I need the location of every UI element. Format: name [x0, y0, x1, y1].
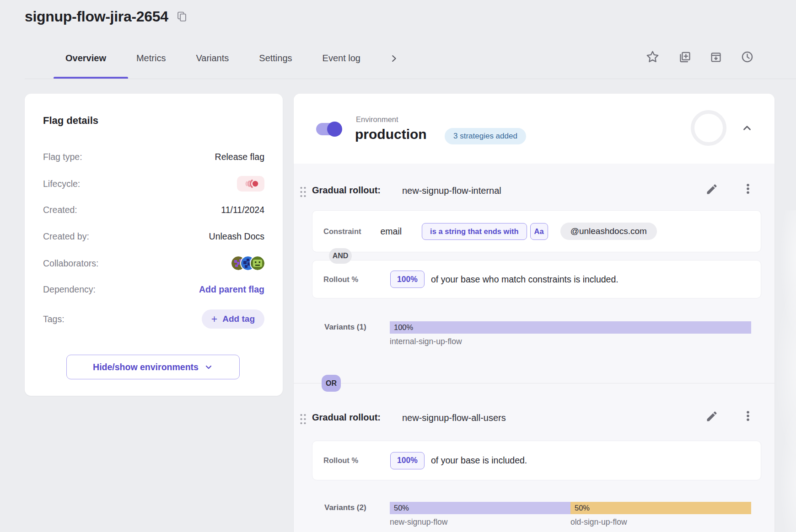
created-by-row: Created by: Unleash Docs	[43, 231, 264, 242]
lifecycle-live-icon	[242, 179, 259, 188]
variant-percent: 50%	[570, 502, 590, 514]
environment-label: Environment	[356, 115, 398, 124]
pencil-icon	[705, 183, 718, 196]
variants-captions: internal-sign-up-flow	[390, 337, 751, 346]
and-connector-chip: AND	[329, 248, 352, 264]
metrics-ring	[691, 110, 726, 146]
variant-name: old-sign-up-flow	[570, 517, 751, 527]
variants-label: Variants (1)	[324, 323, 366, 332]
variants-bar: 50%50%	[390, 502, 751, 514]
tabs-divider	[25, 79, 796, 79]
variant-name: internal-sign-up-flow	[390, 337, 751, 346]
flag-type-row: Flag type: Release flag	[43, 152, 264, 162]
chevron-up-icon	[741, 122, 753, 134]
tags-label: Tags:	[43, 314, 65, 325]
history-button[interactable]	[740, 50, 754, 64]
variant-name: new-signup-flow	[390, 517, 570, 527]
clock-icon	[740, 50, 754, 64]
environment-toggle[interactable]	[316, 122, 341, 136]
collapse-environment-button[interactable]	[741, 122, 753, 134]
pencil-icon	[705, 410, 718, 423]
copy-flag-button[interactable]	[678, 50, 692, 64]
collaborator-avatars	[231, 256, 264, 270]
rollout-percent-chip: 100%	[390, 452, 425, 469]
hide-show-environments-label: Hide/show environments	[93, 362, 199, 372]
collaborators-label: Collaborators:	[43, 258, 98, 269]
variants-bar-group: 50%50% new-signup-flowold-sign-up-flow	[390, 502, 751, 527]
hide-show-environments-button[interactable]: Hide/show environments	[66, 355, 240, 379]
kebab-menu-icon	[741, 409, 755, 423]
archive-icon	[709, 50, 723, 64]
environment-card: Environment production 3 strategies adde…	[294, 94, 774, 532]
variant-segment: 50%	[570, 502, 751, 514]
tab-bar: Overview Metrics Variants Settings Event…	[65, 53, 399, 64]
constraint-value-pill: @unleashdocs.com	[560, 223, 657, 240]
strategy-name: new-signup-flow-internal	[402, 186, 501, 196]
chevron-down-icon	[204, 362, 213, 372]
variants-captions: new-signup-flowold-sign-up-flow	[390, 517, 751, 527]
add-tag-button[interactable]: + Add tag	[202, 309, 264, 329]
star-icon	[645, 49, 660, 64]
environment-header: Environment production 3 strategies adde…	[294, 94, 774, 164]
plus-icon: +	[211, 314, 217, 325]
favorite-button[interactable]	[645, 49, 660, 64]
edit-strategy-button[interactable]	[705, 183, 718, 196]
archive-button[interactable]	[709, 50, 723, 64]
strategy-menu-button[interactable]	[741, 409, 755, 423]
kebab-menu-icon	[741, 182, 755, 196]
tab-overview[interactable]: Overview	[65, 53, 106, 64]
variant-segment: 100%	[390, 321, 751, 334]
lifecycle-row: Lifecycle:	[43, 176, 264, 192]
dependency-row: Dependency: Add parent flag	[43, 284, 264, 295]
strategies-count-badge: 3 strategies added	[445, 128, 526, 144]
rollout-percent-chip: 100%	[390, 271, 425, 288]
constraint-operator-chip: is a string that ends with	[422, 223, 527, 240]
lifecycle-label: Lifecycle:	[43, 179, 80, 189]
created-by-label: Created by:	[43, 231, 89, 242]
tab-event-log[interactable]: Event log	[323, 53, 360, 64]
rollout-label: Rollout %	[323, 456, 358, 465]
lifecycle-stage-badge[interactable]	[237, 176, 264, 192]
environment-name: production	[355, 127, 427, 142]
rollout-box: Rollout % 100% of your base is included.	[312, 441, 761, 480]
constraint-label: Constraint	[323, 227, 361, 236]
strategy-menu-button[interactable]	[741, 182, 755, 196]
strategy-type-label: Gradual rollout:	[312, 412, 381, 423]
drag-handle-icon[interactable]	[299, 413, 307, 427]
collaborators-row: Collaborators:	[43, 256, 264, 270]
page-header: signup-flow-jira-2654	[25, 8, 188, 25]
strategy-divider	[294, 383, 774, 383]
header-actions	[645, 49, 754, 64]
drag-handle-icon[interactable]	[299, 186, 307, 200]
copy-name-button[interactable]	[176, 11, 188, 23]
strategy-type-label: Gradual rollout:	[312, 185, 381, 196]
toggle-knob	[327, 122, 342, 137]
add-parent-flag-link[interactable]: Add parent flag	[199, 284, 264, 295]
avatar[interactable]	[251, 256, 264, 270]
variants-bar: 100%	[390, 321, 751, 334]
variant-percent: 100%	[390, 321, 413, 334]
rollout-box: Rollout % 100% of your base who match co…	[312, 260, 761, 298]
tabs-overflow-chevron-icon[interactable]	[389, 53, 399, 64]
variants-label: Variants (2)	[324, 503, 366, 512]
flag-details-card: Flag details Flag type: Release flag Lif…	[25, 94, 283, 396]
created-row: Created: 11/11/2024	[43, 205, 264, 215]
dependency-label: Dependency:	[43, 284, 96, 295]
tab-settings[interactable]: Settings	[259, 53, 292, 64]
edit-strategy-button[interactable]	[705, 410, 718, 423]
constraint-context-field: email	[381, 226, 402, 237]
strategy-name: new-signup-flow-all-users	[402, 413, 506, 423]
tab-metrics[interactable]: Metrics	[136, 53, 166, 64]
variants-bar-group: 100% internal-sign-up-flow	[390, 321, 751, 346]
tab-variants[interactable]: Variants	[196, 53, 229, 64]
rollout-label: Rollout %	[323, 275, 358, 284]
flag-type-value: Release flag	[215, 152, 264, 162]
variant-percent: 50%	[390, 502, 409, 514]
variant-segment: 50%	[390, 502, 570, 514]
copy-plus-icon	[678, 50, 692, 64]
flag-type-label: Flag type:	[43, 152, 82, 162]
created-label: Created:	[43, 205, 77, 215]
rollout-description: of your base who match constraints is in…	[431, 274, 619, 285]
constraint-box: Constraint email is a string that ends w…	[312, 210, 761, 252]
tags-row: Tags: + Add tag	[43, 309, 264, 329]
